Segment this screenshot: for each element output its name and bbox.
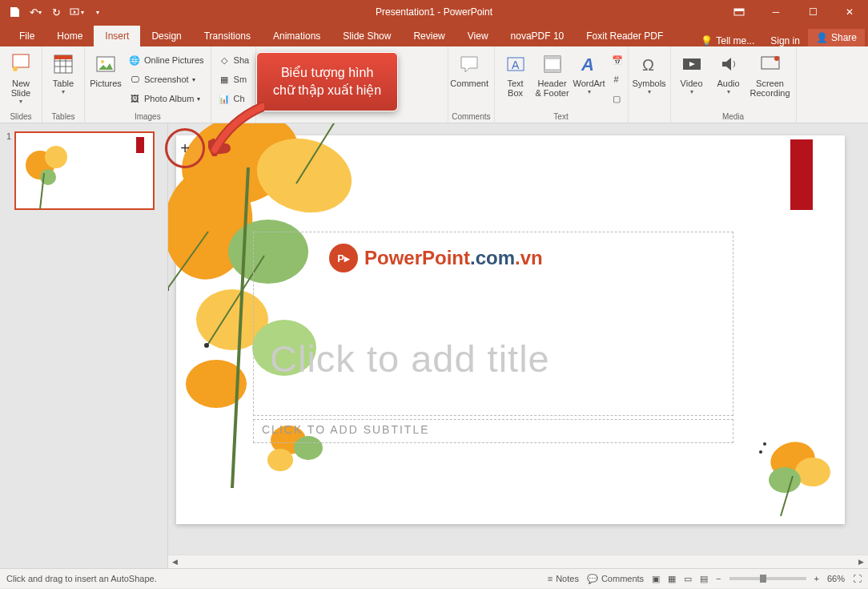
smartart-button[interactable]: ▦Sm xyxy=(215,71,253,88)
comments-button[interactable]: 💬Comments xyxy=(587,574,644,584)
slide[interactable]: P▸ PowerPoint.com.vn Click to add title … xyxy=(176,135,845,524)
zoom-out-button[interactable]: − xyxy=(716,574,721,583)
svg-rect-2 xyxy=(734,9,744,11)
tab-insert[interactable]: Insert xyxy=(94,26,140,46)
online-pictures-button[interactable]: 🌐Online Pictures xyxy=(125,51,207,69)
reading-view-icon[interactable]: ▭ xyxy=(684,574,692,584)
fit-to-window-icon[interactable]: ⛶ xyxy=(853,574,862,583)
subtitle-placeholder[interactable]: CLICK TO ADD SUBTITLE xyxy=(253,419,733,443)
slideshow-view-icon[interactable]: ▤ xyxy=(700,574,708,584)
header-footer-icon xyxy=(540,51,565,77)
svg-rect-10 xyxy=(54,55,72,59)
powerpoint-logo-icon: P▸ xyxy=(329,244,358,272)
symbols-button[interactable]: Ω Symbols▾ xyxy=(632,48,667,111)
svg-point-44 xyxy=(267,449,293,471)
tab-home[interactable]: Home xyxy=(46,26,94,46)
date-time-icon: 📅 xyxy=(612,54,623,67)
scroll-left-icon[interactable]: ◀ xyxy=(168,555,182,569)
tab-slideshow[interactable]: Slide Show xyxy=(332,26,402,46)
notes-button[interactable]: ≡Notes xyxy=(548,574,579,583)
tab-animations[interactable]: Animations xyxy=(262,26,332,46)
photo-album-button[interactable]: 🖼Photo Album▾ xyxy=(125,90,207,107)
online-pictures-icon: 🌐 xyxy=(128,54,141,67)
zoom-level[interactable]: 66% xyxy=(827,574,845,583)
wordart-button[interactable]: A WordArt▾ xyxy=(572,48,607,111)
start-from-beginning-icon[interactable]: ▾ xyxy=(67,2,86,22)
table-icon xyxy=(50,51,76,77)
svg-point-4 xyxy=(13,67,18,71)
audio-button[interactable]: Audio▾ xyxy=(711,48,746,111)
svg-point-47 xyxy=(769,467,801,493)
tell-me-search[interactable]: 💡Tell me... xyxy=(693,35,762,46)
minimize-icon[interactable]: ─ xyxy=(757,0,794,24)
ribbon: New Slide▾ Slides Table▾ Tables Pictures… xyxy=(0,46,868,123)
new-slide-button[interactable]: New Slide▾ xyxy=(3,48,38,111)
pictures-button[interactable]: Pictures xyxy=(88,48,123,111)
normal-view-icon[interactable]: ▣ xyxy=(652,574,660,584)
redo-icon[interactable]: ↻ xyxy=(46,2,66,22)
svg-point-12 xyxy=(101,60,104,63)
tab-novapdf[interactable]: novaPDF 10 xyxy=(500,26,576,46)
group-label-images: Images xyxy=(88,111,207,123)
screen-recording-icon xyxy=(757,51,783,77)
video-button[interactable]: Video▾ xyxy=(674,48,709,111)
group-label-tables: Tables xyxy=(46,111,81,123)
group-label-media: Media xyxy=(674,111,793,123)
title-placeholder[interactable]: P▸ PowerPoint.com.vn Click to add title xyxy=(253,232,733,416)
share-button[interactable]: 👤Share xyxy=(808,29,865,46)
thumbnail-number: 1 xyxy=(6,131,11,210)
svg-point-41 xyxy=(204,343,209,348)
date-time-button[interactable]: 📅 xyxy=(609,51,625,69)
svg-text:A: A xyxy=(581,54,594,75)
save-icon[interactable] xyxy=(5,2,24,22)
header-footer-button[interactable]: Header & Footer xyxy=(535,48,570,111)
tab-foxit[interactable]: Foxit Reader PDF xyxy=(575,26,674,46)
group-label-slides: Slides xyxy=(3,111,38,123)
slide-number-button[interactable]: # xyxy=(609,71,625,88)
horizontal-scrollbar[interactable]: ◀ ▶ xyxy=(168,555,868,568)
object-button[interactable]: ▢ xyxy=(609,90,625,107)
window-title: Presentation1 - PowerPoint xyxy=(376,6,492,18)
shapes-icon: ◇ xyxy=(218,54,231,67)
slide-thumbnail-1[interactable] xyxy=(14,131,155,210)
maximize-icon[interactable]: ☐ xyxy=(794,0,831,24)
slide-thumbnail-panel[interactable]: 1 xyxy=(0,123,168,568)
comments-icon: 💬 xyxy=(587,574,598,584)
lightbulb-icon: 💡 xyxy=(701,35,713,46)
tab-file[interactable]: File xyxy=(8,26,46,46)
shapes-button[interactable]: ◇Sha xyxy=(215,51,253,69)
close-icon[interactable]: ✕ xyxy=(831,0,868,24)
svg-text:Ω: Ω xyxy=(642,56,654,74)
audio-icon xyxy=(716,51,741,77)
scroll-right-icon[interactable]: ▶ xyxy=(854,555,868,569)
title-placeholder-text: Click to add title xyxy=(270,337,550,381)
new-slide-icon xyxy=(8,51,34,77)
svg-rect-3 xyxy=(13,54,29,67)
comment-button[interactable]: Comment xyxy=(452,48,487,111)
zoom-slider[interactable] xyxy=(729,577,806,580)
tab-transitions[interactable]: Transitions xyxy=(193,26,262,46)
slide-sorter-view-icon[interactable]: ▦ xyxy=(668,574,676,584)
group-label-comments: Comments xyxy=(452,111,490,123)
screenshot-button[interactable]: 🖵Screenshot▾ xyxy=(125,71,207,88)
screen-recording-button[interactable]: Screen Recording xyxy=(748,48,793,111)
status-bar: Click and drag to insert an AutoShape. ≡… xyxy=(0,568,868,588)
pictures-icon xyxy=(93,51,119,77)
text-box-button[interactable]: A Text Box xyxy=(498,48,533,111)
tab-design[interactable]: Design xyxy=(140,26,192,46)
text-box-icon: A xyxy=(503,51,528,77)
undo-icon[interactable]: ↶▾ xyxy=(26,2,45,22)
zoom-in-button[interactable]: + xyxy=(814,574,819,583)
tab-view[interactable]: View xyxy=(456,26,500,46)
svg-rect-16 xyxy=(545,56,561,59)
crosshair-cursor-highlight: + xyxy=(165,128,205,168)
group-label-text: Text xyxy=(498,111,625,123)
sign-in-link[interactable]: Sign in xyxy=(762,35,808,46)
ribbon-display-icon[interactable] xyxy=(721,0,757,24)
ribbon-tabs: File Home Insert Design Transitions Anim… xyxy=(0,24,868,46)
tab-review[interactable]: Review xyxy=(402,26,456,46)
customize-qat-icon[interactable]: ▾ xyxy=(88,2,107,22)
slide-number-icon: # xyxy=(612,73,621,86)
slide-canvas-area[interactable]: P▸ PowerPoint.com.vn Click to add title … xyxy=(168,123,868,568)
table-button[interactable]: Table▾ xyxy=(46,48,81,111)
